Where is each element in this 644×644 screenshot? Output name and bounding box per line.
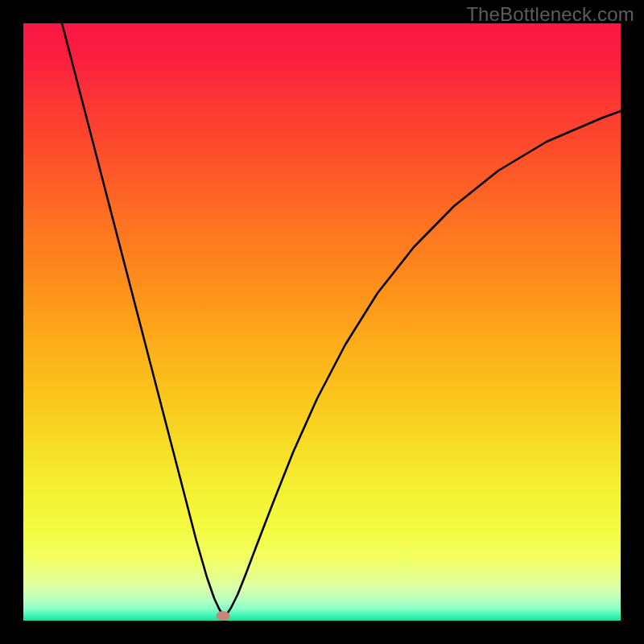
chart-frame: [23, 23, 621, 621]
watermark-text: TheBottleneck.com: [466, 3, 634, 26]
minimum-point-marker: [217, 611, 230, 621]
bottleneck-curve: [23, 23, 621, 621]
